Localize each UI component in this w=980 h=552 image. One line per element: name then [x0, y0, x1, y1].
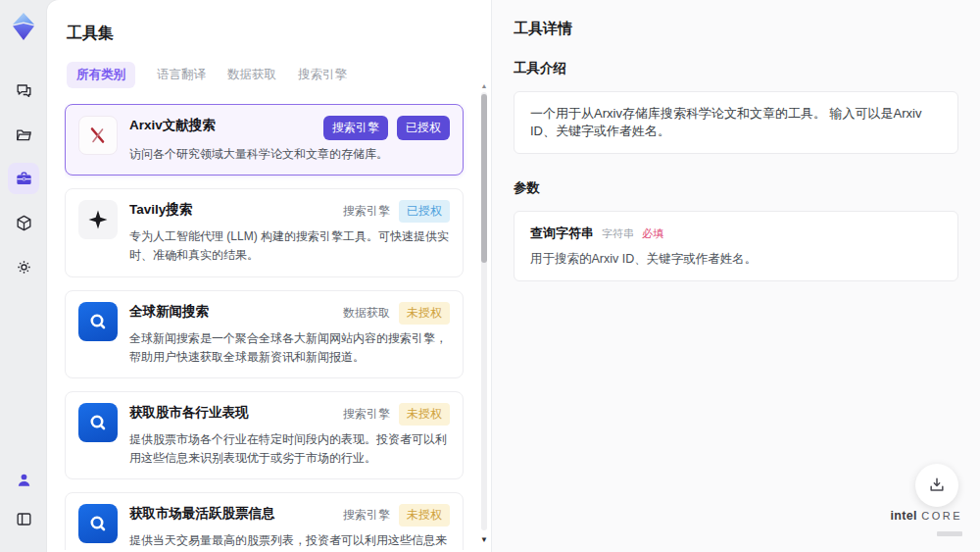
params-list: 查询字符串 字符串 必填 用于搜索的Arxiv ID、关键字或作者姓名。 [514, 211, 958, 281]
tool-detail-section: 工具详情 工具介绍 一个用于从Arxiv存储库搜索科学论文和文章的工具。 输入可… [492, 0, 980, 552]
category-tab[interactable]: 搜索引擎 [298, 62, 347, 88]
category-tab[interactable]: 数据获取 [227, 62, 276, 88]
tool-status-badge: 未授权 [399, 504, 450, 527]
brand-subtext [937, 531, 962, 536]
tool-status-badge: 已授权 [397, 116, 450, 140]
page-title: 工具集 [67, 24, 469, 44]
category-tab[interactable]: 语言翻译 [157, 62, 206, 88]
param-name: 查询字符串 [530, 225, 594, 242]
stock-active-icon [78, 504, 118, 543]
scroll-down-icon[interactable]: ▼ [480, 535, 488, 544]
tool-name: Tavily搜索 [129, 200, 192, 219]
tool-status-badge: 未授权 [399, 302, 450, 325]
app-logo-icon [11, 12, 36, 41]
tool-category-tag: 搜索引擎 [343, 406, 390, 423]
tavily-icon [78, 200, 118, 239]
stock-sector-icon [78, 403, 118, 442]
tool-name: 全球新闻搜索 [129, 302, 209, 321]
tool-description: 提供股票市场各个行业在特定时间段内的表现。投资者可以利用这些信息来识别表现优于或… [129, 430, 450, 468]
tool-category-tag: 数据获取 [343, 305, 390, 322]
main-panel: 工具集 所有类别 语言翻译 数据获取 搜索引擎 Arxiv文献搜索 搜索引擎 已… [47, 0, 980, 552]
chat-icon[interactable] [8, 75, 39, 106]
scrollbar-thumb[interactable] [481, 94, 487, 263]
tool-status-badge: 已授权 [399, 200, 450, 223]
tool-list-section: 工具集 所有类别 语言翻译 数据获取 搜索引擎 Arxiv文献搜索 搜索引擎 已… [47, 0, 492, 552]
params-heading: 参数 [514, 179, 958, 197]
scroll-up-icon[interactable]: ▲ [480, 82, 488, 89]
tool-name: Arxiv文献搜索 [129, 116, 216, 134]
param-card: 查询字符串 字符串 必填 用于搜索的Arxiv ID、关键字或作者姓名。 [514, 211, 958, 281]
tool-category-tag: 搜索引擎 [343, 507, 390, 524]
tool-description: 提供当天交易量最高的股票列表，投资者可以利用这些信息来识别流动性强的股票和潜在的… [129, 531, 450, 550]
tool-card-stock-sector[interactable]: 获取股市各行业表现 搜索引擎 未授权 提供股票市场各个行业在特定时间段内的表现。… [65, 391, 464, 479]
app-window: 工具集 所有类别 语言翻译 数据获取 搜索引擎 Arxiv文献搜索 搜索引擎 已… [0, 0, 980, 552]
tool-intro-text: 一个用于从Arxiv存储库搜索科学论文和文章的工具。 输入可以是Arxiv ID… [514, 91, 958, 154]
category-tab[interactable]: 所有类别 [67, 62, 135, 88]
brand-core: core [921, 510, 962, 522]
cube-icon[interactable] [8, 207, 39, 238]
tool-card-arxiv[interactable]: Arxiv文献搜索 搜索引擎 已授权 访问各个研究领域大量科学论文和文章的存储库… [65, 104, 464, 176]
detail-title: 工具详情 [514, 20, 958, 38]
tool-name: 获取市场最活跃股票信息 [129, 504, 275, 523]
user-icon[interactable] [8, 464, 39, 495]
tool-name: 获取股市各行业表现 [129, 403, 249, 422]
download-button[interactable] [915, 464, 958, 507]
tool-category-tag: 搜索引擎 [323, 116, 388, 140]
left-rail [0, 0, 47, 552]
folder-icon[interactable] [8, 119, 39, 150]
param-required-badge: 必填 [642, 226, 663, 241]
tool-description: 专为人工智能代理 (LLM) 构建的搜索引擎工具。可快速提供实时、准确和真实的结… [129, 227, 450, 265]
tool-description: 全球新闻搜索是一个聚合全球各大新闻网站内容的搜索引擎，帮助用户快速获取全球最新资… [129, 329, 450, 367]
intel-core-logo: intel core [891, 506, 962, 540]
tool-description: 访问各个研究领域大量科学论文和文章的存储库。 [129, 145, 450, 164]
tool-card-global-news[interactable]: 全球新闻搜索 数据获取 未授权 全球新闻搜索是一个聚合全球各大新闻网站内容的搜索… [65, 290, 464, 378]
tool-card-tavily[interactable]: Tavily搜索 搜索引擎 已授权 专为人工智能代理 (LLM) 构建的搜索引擎… [65, 188, 464, 276]
tool-card-stock-active[interactable]: 获取市场最活跃股票信息 搜索引擎 未授权 提供当天交易量最高的股票列表，投资者可… [65, 492, 464, 550]
intro-heading: 工具介绍 [514, 60, 958, 77]
category-tabs: 所有类别 语言翻译 数据获取 搜索引擎 [67, 62, 469, 88]
toolbox-icon[interactable] [8, 163, 39, 194]
download-icon [927, 476, 947, 495]
param-description: 用于搜索的Arxiv ID、关键字或作者姓名。 [530, 251, 942, 268]
panel-toggle-icon[interactable] [8, 503, 39, 534]
tool-status-badge: 未授权 [399, 403, 450, 426]
arxiv-icon [78, 116, 118, 155]
tool-category-tag: 搜索引擎 [343, 203, 390, 220]
brand-intel: intel [891, 509, 917, 523]
param-type: 字符串 [602, 226, 634, 241]
news-search-icon [78, 302, 118, 341]
list-scrollbar[interactable]: ▲ ▼ [480, 84, 488, 542]
tool-card-list: Arxiv文献搜索 搜索引擎 已授权 访问各个研究领域大量科学论文和文章的存储库… [65, 104, 469, 550]
settings-gear-icon[interactable] [8, 251, 39, 282]
